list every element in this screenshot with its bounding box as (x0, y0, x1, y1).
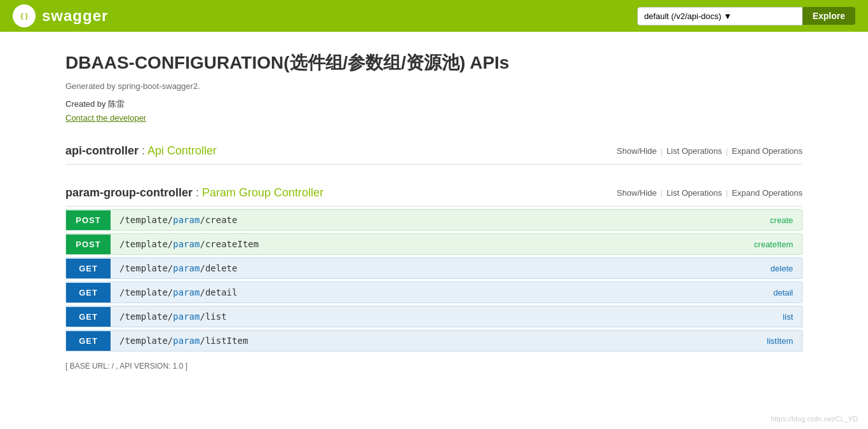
sep1-api: | (660, 146, 662, 156)
api-desc-4: list (774, 307, 802, 327)
path-suffix-3: /detail (200, 287, 237, 297)
list-operations-api[interactable]: List Operations (667, 146, 722, 156)
controller-name-api[interactable]: api-controller (65, 144, 139, 157)
api-desc-0: create (761, 210, 802, 230)
api-desc-3: detail (764, 283, 802, 303)
method-badge-5: GET (66, 331, 111, 351)
path-keyword-0: param (173, 215, 200, 225)
api-path-3: /template/param/detail (111, 282, 764, 303)
page-title: DBAAS-CONFIGURATION(选件组/参数组/资源池) APIs (65, 51, 803, 75)
show-hide-param[interactable]: Show/Hide (617, 188, 657, 198)
controller-title-api: api-controller : Api Controller (65, 144, 217, 158)
path-keyword-3: param (173, 287, 200, 297)
controller-desc-param: Param Group Controller (202, 186, 323, 199)
footer-base-url: [ BASE URL: / , API VERSION: 1.0 ] (65, 351, 803, 371)
api-row-4[interactable]: GET/template/param/listlist (65, 306, 803, 327)
method-badge-0: POST (66, 210, 111, 230)
path-keyword-1: param (173, 239, 200, 249)
api-desc-1: createItem (745, 235, 802, 254)
method-badge-1: POST (66, 235, 111, 254)
path-prefix-5: /template/ (119, 336, 173, 346)
api-row-5[interactable]: GET/template/param/listItemlistItem (65, 330, 803, 351)
expand-operations-param[interactable]: Expand Operations (732, 188, 803, 198)
method-badge-3: GET (66, 283, 111, 303)
controller-header-api: api-controller : Api Controller Show/Hid… (65, 138, 803, 165)
api-path-4: /template/param/list (111, 306, 774, 327)
api-path-0: /template/param/create (111, 210, 761, 230)
contact-developer-link[interactable]: Contact the developer (65, 113, 146, 123)
generated-by-text: Generated by spring-boot-swagger2. (65, 81, 803, 91)
api-desc-5: listItem (758, 331, 802, 351)
path-suffix-0: /create (200, 215, 237, 225)
api-row-3[interactable]: GET/template/param/detaildetail (65, 282, 803, 303)
controller-header-param: param-group-controller : Param Group Con… (65, 180, 803, 207)
api-url-input[interactable] (637, 7, 803, 25)
path-suffix-1: /createItem (200, 239, 259, 249)
show-hide-api[interactable]: Show/Hide (617, 146, 657, 156)
header-left: { } swagger (13, 4, 108, 27)
api-row-0[interactable]: POST/template/param/createcreate (65, 209, 803, 231)
list-operations-param[interactable]: List Operations (667, 188, 722, 198)
api-row-2[interactable]: GET/template/param/deletedelete (65, 257, 803, 279)
controller-actions-api: Show/Hide | List Operations | Expand Ope… (617, 146, 803, 156)
controller-separator-param: : (196, 186, 202, 199)
path-prefix-4: /template/ (119, 311, 173, 322)
path-suffix-5: /listItem (200, 336, 248, 346)
sep2-api: | (726, 146, 728, 156)
expand-operations-api[interactable]: Expand Operations (732, 146, 803, 156)
controller-desc-api: Api Controller (147, 144, 217, 157)
explore-button[interactable]: Explore (803, 7, 855, 25)
header-search: Explore (637, 7, 855, 25)
logo-text: { } (20, 12, 28, 20)
sep2-param: | (726, 188, 728, 198)
method-badge-2: GET (66, 259, 111, 278)
api-desc-2: delete (762, 259, 802, 278)
api-path-5: /template/param/listItem (111, 330, 758, 351)
swagger-logo: { } (13, 4, 36, 27)
header: { } swagger Explore (0, 0, 868, 32)
path-prefix-1: /template/ (119, 239, 173, 249)
path-suffix-2: /delete (200, 263, 237, 273)
main-content: DBAAS-CONFIGURATION(选件组/参数组/资源池) APIs Ge… (53, 32, 815, 409)
swagger-title: swagger (42, 7, 108, 25)
controller-title-param: param-group-controller : Param Group Con… (65, 186, 323, 200)
sep1-param: | (660, 188, 662, 198)
controller-section-param: param-group-controller : Param Group Con… (65, 180, 803, 351)
path-prefix-0: /template/ (119, 215, 173, 225)
api-path-1: /template/param/createItem (111, 234, 745, 254)
path-keyword-2: param (173, 263, 200, 273)
endpoints-list: POST/template/param/createcreatePOST/tem… (65, 209, 803, 351)
api-path-2: /template/param/delete (111, 258, 762, 278)
path-prefix-2: /template/ (119, 263, 173, 273)
controller-name-param[interactable]: param-group-controller (65, 186, 193, 199)
path-suffix-4: /list (200, 311, 226, 322)
api-row-1[interactable]: POST/template/param/createItemcreateItem (65, 233, 803, 255)
controller-separator-api: : (142, 144, 147, 157)
path-prefix-3: /template/ (119, 287, 173, 297)
controller-section-api: api-controller : Api Controller Show/Hid… (65, 138, 803, 165)
created-by-text: Created by 陈雷 (65, 99, 803, 110)
controller-actions-param: Show/Hide | List Operations | Expand Ope… (617, 188, 803, 198)
path-keyword-5: param (173, 336, 200, 346)
path-keyword-4: param (173, 311, 200, 322)
method-badge-4: GET (66, 307, 111, 327)
